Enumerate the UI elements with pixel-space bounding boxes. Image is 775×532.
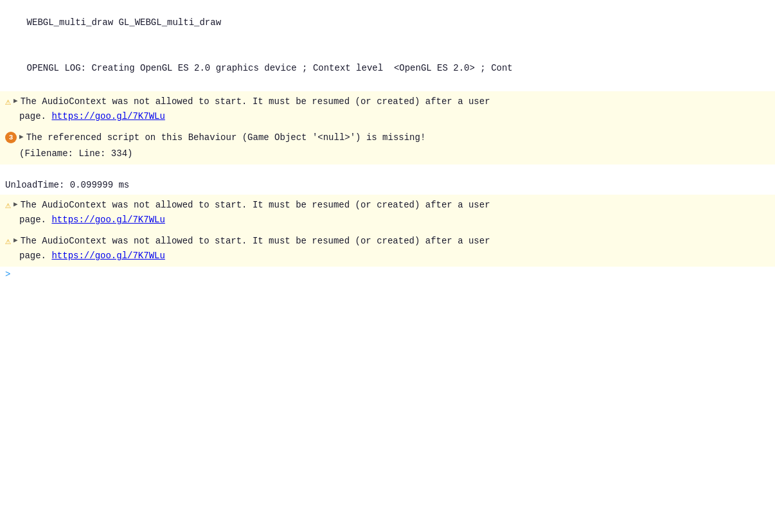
- warning-continuation-3: page. https://goo.gl/7K7WLu: [0, 249, 775, 264]
- unload-text: UnloadTime: 0.099999 ms: [5, 180, 129, 190]
- spacer-1: [0, 164, 775, 176]
- warning-continuation-2: page. https://goo.gl/7K7WLu: [0, 213, 775, 228]
- error-badge-text-1: 3: [9, 134, 13, 141]
- webgl-log-text: WEBGL_multi_draw GL_WEBGL_multi_draw: [27, 17, 221, 28]
- console-container: WEBGL_multi_draw GL_WEBGL_multi_draw OPE…: [0, 0, 775, 532]
- error-row-1: 3 ▶ The referenced script on this Behavi…: [0, 130, 775, 146]
- warning-continuation-1: page. https://goo.gl/7K7WLu: [0, 110, 775, 125]
- warning-cont-text-1: page.: [19, 111, 46, 121]
- warning-cont-text-3: page.: [19, 251, 46, 261]
- warning-link-3[interactable]: https://goo.gl/7K7WLu: [51, 251, 165, 261]
- error-badge-1: 3: [5, 132, 17, 143]
- error-cont-text-1: (Filename: Line: 334): [19, 148, 132, 159]
- warning-text-2: The AudioContext was not allowed to star…: [21, 199, 770, 212]
- expand-arrow-2[interactable]: ▶: [13, 200, 18, 208]
- warning-main-text-1: The AudioContext was not allowed to star…: [21, 96, 490, 107]
- webgl-log-line: WEBGL_multi_draw GL_WEBGL_multi_draw: [0, 0, 775, 46]
- unload-line: UnloadTime: 0.099999 ms: [0, 176, 775, 195]
- warning-row-2: ⚠ ▶ The AudioContext was not allowed to …: [0, 197, 775, 213]
- warning-main-text-3: The AudioContext was not allowed to star…: [21, 236, 490, 246]
- opengl-log-text: OPENGL LOG: Creating OpenGL ES 2.0 graph…: [27, 63, 513, 73]
- expand-arrow-1[interactable]: ▶: [13, 96, 18, 105]
- warning-icon-2: ⚠: [5, 199, 11, 211]
- warning-main-text-2: The AudioContext was not allowed to star…: [21, 200, 490, 210]
- opengl-log-line: OPENGL LOG: Creating OpenGL ES 2.0 graph…: [0, 46, 775, 91]
- warning-block-2: ⚠ ▶ The AudioContext was not allowed to …: [0, 195, 775, 231]
- warning-link-text-1: https://goo.gl/7K7WLu: [51, 111, 165, 121]
- error-main-text-1: The referenced script on this Behaviour …: [26, 132, 426, 143]
- warning-link-text-3: https://goo.gl/7K7WLu: [51, 251, 165, 261]
- warning-text-1: The AudioContext was not allowed to star…: [21, 95, 770, 109]
- warning-link-2[interactable]: https://goo.gl/7K7WLu: [51, 215, 165, 225]
- warning-icon-3: ⚠: [5, 235, 11, 247]
- prompt-line: >: [0, 267, 775, 282]
- warning-text-3: The AudioContext was not allowed to star…: [21, 235, 770, 248]
- warning-cont-text-2: page.: [19, 215, 46, 225]
- expand-arrow-error-1[interactable]: ▶: [19, 132, 24, 141]
- warning-block-3: ⚠ ▶ The AudioContext was not allowed to …: [0, 231, 775, 267]
- warning-icon-1: ⚠: [5, 96, 11, 108]
- warning-block-1: ⚠ ▶ The AudioContext was not allowed to …: [0, 91, 775, 127]
- warning-link-1[interactable]: https://goo.gl/7K7WLu: [51, 111, 165, 121]
- prompt-symbol: >: [5, 269, 10, 279]
- error-continuation-1: (Filename: Line: 334): [0, 146, 775, 162]
- error-block-1: 3 ▶ The referenced script on this Behavi…: [0, 127, 775, 164]
- error-text-1: The referenced script on this Behaviour …: [26, 131, 770, 145]
- warning-row-1: ⚠ ▶ The AudioContext was not allowed to …: [0, 94, 775, 110]
- expand-arrow-3[interactable]: ▶: [13, 236, 18, 244]
- warning-row-3: ⚠ ▶ The AudioContext was not allowed to …: [0, 233, 775, 249]
- prompt-arrow-icon: >: [5, 269, 10, 279]
- warning-link-text-2: https://goo.gl/7K7WLu: [51, 215, 165, 225]
